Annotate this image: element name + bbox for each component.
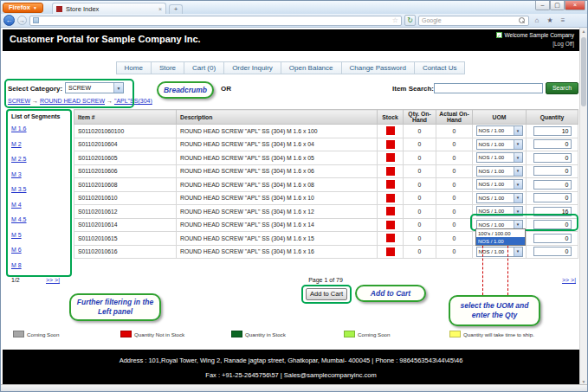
bookmarks-icon[interactable]: ★	[545, 16, 555, 24]
quantity-input[interactable]	[533, 126, 572, 136]
nav-item-change-password[interactable]: Change Password	[341, 61, 415, 74]
welcome-text: Welcome Sample Company	[505, 31, 574, 40]
legend-label: Coming Soon	[358, 331, 391, 337]
nav-item-store[interactable]: Store	[151, 61, 184, 74]
quantity-input[interactable]	[533, 220, 572, 229]
uom-dropdown[interactable]: NOS / 1.00▼	[476, 139, 523, 150]
new-tab-button[interactable]: +	[169, 4, 183, 14]
search-button[interactable]: Search	[546, 82, 578, 94]
quantity-input[interactable]	[533, 247, 572, 256]
segment-link[interactable]: M 6	[11, 247, 67, 253]
back-button[interactable]: ←	[3, 15, 15, 26]
breadcrumb-link[interactable]: ROUND HEAD SCREW	[40, 98, 105, 104]
category-label: Select Category:	[8, 85, 62, 93]
breadcrumb-separator: →	[105, 98, 114, 104]
item-description: ROUND HEAD SCREW "APL" SS (304) M 1.6 x …	[177, 205, 378, 219]
segment-link[interactable]: M 3.5	[11, 186, 67, 192]
logoff-link[interactable]: [Log Off]	[496, 40, 574, 48]
uom-dropdown[interactable]: NOS / 1.00▼	[476, 179, 523, 190]
uom-dropdown[interactable]: NOS / 1.00▼	[476, 166, 523, 177]
uom-cell: NOS / 1.00▼	[473, 178, 527, 192]
reload-button[interactable]: ↻	[404, 15, 416, 26]
breadcrumb-link[interactable]: SCREW	[8, 98, 30, 104]
segment-link[interactable]: M 3	[11, 171, 67, 177]
nav-item-order-inquiry[interactable]: Order Inquiry	[223, 61, 281, 74]
scrollbar-thumb[interactable]	[581, 37, 586, 106]
item-search-input[interactable]	[434, 83, 543, 93]
user-icon: ✓	[496, 32, 502, 38]
quantity-input[interactable]	[533, 139, 572, 149]
segment-link[interactable]: M 1.6	[11, 125, 67, 132]
uom-dropdown[interactable]: NOS / 1.00▼	[476, 125, 523, 136]
actual-on-hand: 0	[436, 191, 473, 205]
item-number: S01102010608	[74, 178, 177, 192]
uom-cell: NOS / 1.00▼	[473, 245, 527, 259]
menu-icon[interactable]: ≡	[558, 16, 568, 24]
uom-cell: NOS / 1.00▼	[473, 125, 527, 138]
legend-label: Quantity will take time to ship.	[463, 331, 534, 337]
uom-dropdown[interactable]: NOS / 1.00▼	[476, 152, 523, 163]
segment-link[interactable]: M 4	[11, 202, 67, 208]
chevron-down-icon: ▼	[514, 140, 522, 149]
forward-button[interactable]: →	[17, 16, 27, 25]
quantity-cell	[527, 218, 578, 232]
item-number: S01102010610	[74, 191, 177, 205]
address-bar[interactable]: ☆	[29, 16, 402, 26]
close-button[interactable]: ×	[565, 1, 585, 10]
scroll-up-icon[interactable]: ▲	[580, 28, 587, 35]
quantity-input[interactable]	[533, 180, 572, 190]
home-icon[interactable]: ⌂	[532, 16, 542, 24]
nav-item-cart-0-[interactable]: Cart (0)	[184, 61, 224, 74]
legend-label: Quantity Not in Stock	[134, 331, 184, 337]
table-next-link[interactable]: >> >|	[562, 277, 576, 283]
maximize-button[interactable]: ▢	[550, 1, 565, 10]
add-to-cart-button[interactable]: Add to Cart	[306, 288, 347, 300]
nav-item-contact-us[interactable]: Contact Us	[414, 61, 466, 74]
legend-item: Coming Soon	[13, 331, 60, 337]
quantity-input[interactable]	[533, 166, 572, 176]
table-row: S01102010610ROUND HEAD SCREW "APL" SS (3…	[74, 191, 578, 205]
column-header: Quantity	[527, 110, 578, 125]
legend-label: Coming Soon	[27, 331, 60, 337]
segments-next-links[interactable]: >> >|	[46, 277, 60, 283]
chevron-down-icon: ▼	[514, 126, 522, 135]
search-icon[interactable]	[519, 17, 526, 24]
quantity-input[interactable]	[533, 193, 572, 202]
items-table-header-row: Item #DescriptionStockQty. On-HandActual…	[74, 110, 578, 125]
stock-cell	[378, 205, 404, 219]
browser-search-box[interactable]: Google	[418, 16, 529, 26]
minimize-button[interactable]: –	[535, 1, 550, 10]
segment-link[interactable]: M 8	[11, 262, 67, 268]
footer-address: Address : 101,Royal Tower, Wing 2, Ranad…	[3, 350, 579, 364]
site-header: Customer Portal for Sample Company Inc. …	[3, 29, 579, 51]
tab-close-icon[interactable]: ×	[158, 6, 162, 12]
vertical-scrollbar[interactable]: ▲ ▼	[579, 28, 587, 386]
uom-dropdown[interactable]: NOS / 1.00▼	[476, 206, 523, 216]
quantity-input[interactable]	[533, 234, 572, 243]
table-next-links[interactable]: >> >|	[520, 277, 576, 283]
uom-dropdown[interactable]: NOS / 1.00▼	[476, 193, 523, 203]
browser-tab[interactable]: Store Index ×	[52, 3, 166, 14]
firefox-menu-button[interactable]: Firefox ▼	[3, 3, 43, 13]
bookmark-star-icon[interactable]: ☆	[392, 16, 398, 24]
segments-next-link[interactable]: >> >|	[46, 277, 60, 283]
quantity-input[interactable]	[533, 207, 572, 216]
segment-link[interactable]: M 2	[11, 141, 67, 147]
breadcrumb-link[interactable]: "APL"SS(304)	[114, 98, 152, 104]
nav-item-home[interactable]: Home	[116, 61, 152, 74]
stock-indicator	[386, 221, 395, 229]
item-description: ROUND HEAD SCREW "APL" SS (304) M 1.6 x …	[177, 232, 378, 246]
segment-link[interactable]: M 4.5	[11, 216, 67, 222]
segment-link[interactable]: M 5	[11, 232, 67, 238]
welcome-area: ✓ Welcome Sample Company [Log Off]	[496, 31, 574, 48]
qty-on-hand: 0	[404, 205, 436, 219]
segment-link[interactable]: M 2.5	[11, 156, 67, 162]
uom-value: NOS / 1.00	[477, 169, 514, 174]
nav-item-open-balance[interactable]: Open Balance	[281, 61, 342, 74]
category-select[interactable]: SCREW ▼	[65, 82, 124, 93]
segments-panel: List of Segments M 1.6M 2M 2.5M 3M 3.5M …	[6, 109, 72, 277]
uom-option[interactable]: 100's / 100.00	[476, 229, 525, 237]
quantity-input[interactable]	[533, 153, 572, 163]
uom-option[interactable]: NOS / 1.00	[476, 237, 525, 245]
stock-indicator	[386, 140, 395, 149]
